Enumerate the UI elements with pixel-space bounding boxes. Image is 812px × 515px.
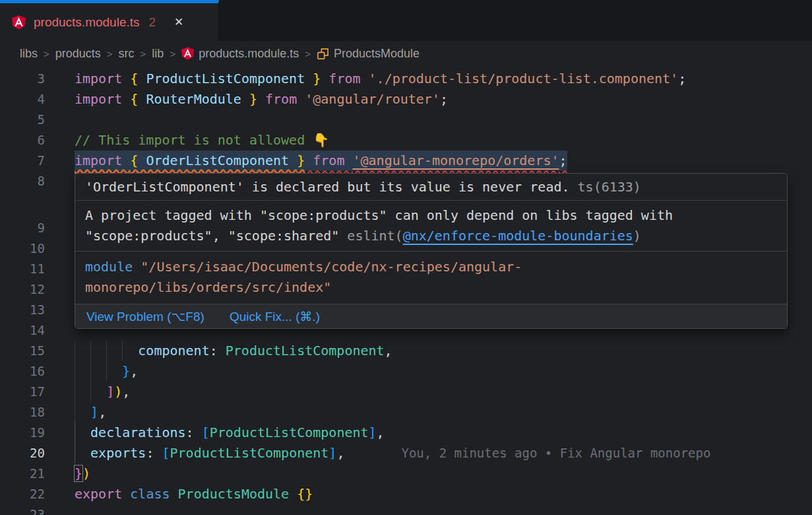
token: } — [313, 71, 321, 86]
code-line-22[interactable]: 22export class ProductsModule {} — [0, 484, 812, 504]
message-text: ) — [633, 228, 641, 244]
token: ] — [369, 425, 377, 440]
code-content: // This import is not allowed 👇 — [75, 130, 329, 151]
ts-error: 'OrderListComponent' is declared but its… — [75, 174, 787, 201]
breadcrumb-item-lib[interactable]: lib — [152, 47, 164, 61]
line-number[interactable]: 13 — [0, 300, 45, 320]
code-line-6[interactable]: 6// This import is not allowed 👇 — [0, 130, 812, 151]
line-number[interactable]: 19 — [0, 423, 45, 443]
close-icon[interactable]: ✕ — [174, 17, 183, 28]
breadcrumb-separator: > — [141, 48, 146, 59]
token: ProductListComponent — [210, 425, 369, 440]
token: declarations — [90, 425, 186, 440]
breadcrumb-item-productsmodule[interactable]: ProductsModule — [317, 47, 420, 61]
token: } — [75, 465, 82, 481]
line-number[interactable]: 4 — [0, 89, 45, 110]
breadcrumb-separator: > — [170, 48, 175, 59]
line-number[interactable]: 3 — [0, 69, 45, 89]
code-content: }, — [75, 361, 138, 382]
message-text: "/Users/isaac/Documents/code/nx-recipes/… — [141, 259, 522, 275]
line-number[interactable]: 6 — [0, 130, 45, 151]
code-line-17[interactable]: 17]), — [0, 382, 812, 402]
tab-products-module[interactable]: products.module.ts 2 ✕ — [0, 0, 219, 41]
token: ; — [559, 153, 567, 168]
token: , — [122, 384, 130, 399]
code-line-21[interactable]: 21}) — [0, 464, 812, 484]
indent-guide — [75, 423, 90, 443]
line-number[interactable]: 17 — [0, 382, 45, 402]
token: import — [75, 91, 130, 107]
token: // This import is not allowed — [75, 132, 313, 148]
token: } — [297, 153, 305, 168]
line-number[interactable]: 12 — [0, 279, 45, 300]
code-line-20[interactable]: 20exports: [ProductListComponent],You, 2… — [0, 443, 812, 464]
indent-guide — [106, 341, 122, 361]
code-line-4[interactable]: 4import { RouterModule } from '@angular/… — [0, 89, 812, 110]
breadcrumb-label: products.module.ts — [199, 47, 299, 61]
line-number[interactable]: 10 — [0, 238, 45, 259]
breadcrumb-item-libs[interactable]: libs — [20, 47, 38, 61]
line-number[interactable]: 8 — [0, 171, 45, 191]
line-number[interactable]: 18 — [0, 402, 45, 423]
token: ) — [114, 384, 122, 399]
hover-popup: 'OrderListComponent' is declared but its… — [75, 173, 788, 329]
tab-bar: products.module.ts 2 ✕ — [0, 0, 812, 41]
code-line-7[interactable]: 7import { OrderListComponent } from '@an… — [0, 151, 812, 171]
breadcrumb-item-src[interactable]: src — [119, 47, 135, 61]
token: ProductsModule — [178, 486, 297, 502]
code-line-5[interactable]: 5 — [0, 110, 812, 130]
message-text: eslint( — [347, 228, 402, 244]
token: : — [146, 445, 162, 461]
token: ProductListComponent — [138, 71, 313, 86]
line-number[interactable]: 22 — [0, 484, 45, 504]
token: {} — [297, 486, 313, 502]
hover-action-bar: View Problem (⌥F8)Quick Fix... (⌘.) — [75, 304, 787, 328]
breadcrumb: libs>products>src>lib>products.module.ts… — [0, 41, 812, 66]
line-number[interactable]: 15 — [0, 341, 45, 361]
code-line-23[interactable]: 23 — [0, 504, 812, 515]
token: ProductListComponent — [226, 343, 385, 359]
message-text: "scope:products", "scope:shared" — [85, 228, 347, 244]
indent-guide — [75, 443, 90, 464]
symbol-class-icon — [317, 48, 329, 60]
indent-guide — [75, 341, 90, 361]
indent-guide — [90, 361, 106, 382]
eslint-rule-link[interactable]: @nx/enforce-module-boundaries — [403, 228, 633, 244]
token: class — [130, 486, 177, 502]
line-number[interactable]: 14 — [0, 320, 45, 341]
line-number[interactable]: 5 — [0, 110, 45, 130]
angular-icon — [181, 47, 194, 60]
code-content: declarations: [ProductListComponent], — [75, 423, 385, 443]
code-content: import { OrderListComponent } from '@ang… — [75, 151, 567, 171]
code-line-3[interactable]: 3import { ProductListComponent } from '.… — [0, 69, 812, 89]
tab-badge: 2 — [149, 15, 156, 30]
tab-title: products.module.ts — [34, 15, 140, 30]
code-line-18[interactable]: 18], — [0, 402, 812, 423]
line-number[interactable]: 7 — [0, 151, 45, 171]
line-number[interactable]: 16 — [0, 361, 45, 382]
message-text: monorepo/libs/orders/src/index" — [85, 279, 331, 295]
line-number[interactable]: 11 — [0, 259, 45, 279]
code-line-19[interactable]: 19declarations: [ProductListComponent], — [0, 423, 812, 443]
breadcrumb-label: ProductsModule — [334, 47, 420, 61]
token: { — [130, 71, 138, 86]
breadcrumb-separator: > — [107, 48, 113, 59]
token: , — [377, 425, 385, 440]
indent-guide — [122, 341, 138, 361]
message-text: ts(6133) — [578, 177, 641, 197]
code-line-16[interactable]: 16}, — [0, 361, 812, 382]
token: ; — [678, 71, 686, 86]
token: from — [305, 153, 352, 168]
line-number[interactable]: 23 — [0, 504, 45, 515]
line-number[interactable]: 9 — [0, 218, 45, 238]
code-content: export class ProductsModule {} — [75, 484, 313, 504]
line-number[interactable]: 20 — [0, 443, 45, 464]
breadcrumb-item-products[interactable]: products — [55, 47, 101, 61]
breadcrumb-item-products.module.ts[interactable]: products.module.ts — [181, 47, 299, 61]
quick-fix-button[interactable]: Quick Fix... (⌘.) — [230, 309, 320, 324]
angular-icon — [12, 15, 26, 30]
error-squiggle: import { OrderListComponent } from '@ang… — [75, 153, 567, 168]
view-problem-button[interactable]: View Problem (⌥F8) — [86, 309, 204, 324]
code-line-15[interactable]: 15component: ProductListComponent, — [0, 341, 812, 361]
line-number[interactable]: 21 — [0, 464, 45, 484]
